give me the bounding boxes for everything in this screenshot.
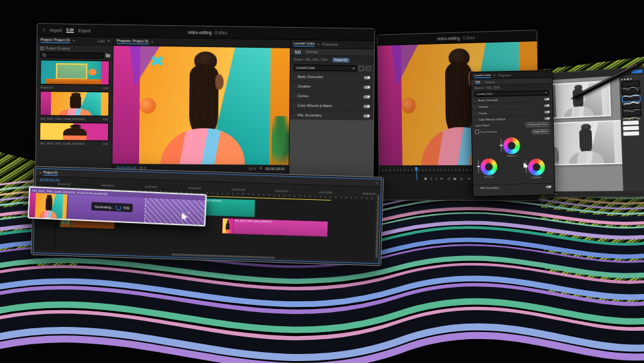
menu-edit[interactable]: Edit — [66, 28, 73, 33]
project-item[interactable]: Project 01 1:04 — [37, 59, 113, 91]
brush-dot-icon[interactable] — [624, 79, 625, 80]
subtab-edit[interactable]: Edit — [295, 49, 301, 54]
apply-match-button[interactable]: Apply Match — [531, 129, 550, 135]
thumb-scene — [29, 193, 68, 219]
go-to-out-icon[interactable]: ⇥ — [467, 176, 470, 180]
playhead[interactable] — [415, 167, 418, 170]
timeline-clip-magenta[interactable]: S02_Sh01_Tk06_CamA_20250101_ — [222, 218, 328, 237]
layer-thumb[interactable] — [623, 126, 639, 131]
section-color-wheels[interactable]: › Color Wheels & Match — [290, 100, 374, 110]
brush-dot-icon[interactable] — [621, 79, 623, 80]
ruler-label: 00;00;02;00 — [57, 183, 70, 186]
eye-icon[interactable] — [366, 66, 371, 71]
color-match-label: Color Match — [472, 123, 493, 128]
grid-view-icon — [41, 46, 44, 50]
tab-sequence[interactable]: Project 01 — [43, 170, 58, 175]
section-toggle[interactable] — [363, 114, 370, 117]
comparison-view-button[interactable]: Comparison View — [526, 122, 550, 128]
section-curves[interactable]: › Curves — [290, 90, 374, 101]
scene-face — [215, 74, 224, 90]
home-icon[interactable]: ⌂ — [43, 28, 45, 32]
preset-select[interactable]: Lumetri Color ▾ — [294, 64, 357, 72]
shadows-wheel[interactable] — [480, 159, 498, 176]
go-to-in-icon[interactable]: ⇤ — [440, 176, 444, 180]
status-dot-icon — [555, 193, 557, 195]
section-toggle[interactable] — [544, 97, 549, 100]
tab-lumetri-color[interactable]: Lumetri Color — [294, 41, 315, 46]
close-icon[interactable]: × — [151, 40, 154, 44]
clip-chip[interactable]: Project 01 — [332, 58, 349, 63]
face-detection-checkbox[interactable] — [475, 130, 479, 133]
generating-progress: 70% — [123, 206, 130, 210]
midtones-label: Midtones — [504, 155, 520, 158]
storyboard-frame-2[interactable] — [546, 120, 625, 166]
panel-menu-icon[interactable]: ≡ — [376, 181, 378, 184]
brush-dot-icon[interactable] — [630, 78, 631, 79]
close-icon[interactable]: × — [39, 170, 42, 174]
chevron-right-icon: › — [475, 105, 476, 109]
fx-icon[interactable] — [359, 66, 364, 71]
section-toggle[interactable] — [544, 104, 549, 106]
tab-properties[interactable]: Properties — [322, 43, 338, 46]
section-basic-correction[interactable]: › Basic Correction — [290, 72, 374, 82]
ruler-label: 00;00;10;00 — [232, 188, 245, 191]
step-forward-icon[interactable]: ▷ — [460, 176, 464, 180]
section-toggle[interactable] — [363, 104, 370, 108]
new-bin-icon[interactable] — [106, 54, 110, 57]
tab-program[interactable]: Program: Project 01 — [117, 39, 148, 44]
section-toggle[interactable] — [544, 117, 549, 119]
subtab-edit[interactable]: Edit — [475, 80, 480, 84]
section-hsl-secondary[interactable]: › HSL Secondary — [290, 110, 374, 120]
panel-menu-icon[interactable]: ≡ — [108, 39, 109, 43]
subtab-settings[interactable]: Settings — [306, 50, 318, 54]
settings-gear-icon[interactable]: ⚙ — [259, 167, 262, 170]
ruler-label: 00;00;06;00 — [145, 186, 158, 189]
play-icon[interactable]: ▶ — [454, 176, 457, 180]
close-icon[interactable]: × — [317, 42, 320, 46]
close-icon[interactable]: × — [73, 39, 75, 43]
stroke-style-thumb[interactable] — [623, 110, 641, 117]
playback-res-select[interactable]: 1/2 ▾ — [249, 166, 256, 170]
tab-properties[interactable]: Properties — [498, 74, 511, 77]
scene-wall — [41, 92, 51, 115]
project-item[interactable]: S01_Sh01_Tk04_CamA_20250103_ 4:20 — [37, 90, 113, 122]
midtones-slider[interactable] — [500, 139, 502, 152]
menu-import[interactable]: Import — [50, 28, 62, 32]
project-item[interactable]: S01_Sh01_Tk01_CamB_20250102_ 1:30 — [36, 121, 112, 146]
section-toggle[interactable] — [364, 85, 370, 88]
step-back-icon[interactable]: ◁ — [448, 176, 450, 180]
section-creative[interactable]: › Creative — [290, 81, 374, 92]
section-toggle[interactable] — [364, 95, 370, 98]
marker-icon[interactable]: ◆ — [424, 176, 427, 180]
scene-shelf — [46, 79, 104, 84]
vertical-scrollbar[interactable] — [375, 195, 379, 258]
layer-thumb[interactable] — [623, 132, 639, 136]
brush-dot-icon[interactable] — [627, 79, 629, 80]
highlights-wheel[interactable] — [528, 159, 545, 176]
chevron-right-icon: › — [477, 186, 478, 190]
stroke-style-thumb-selected[interactable] — [622, 95, 641, 103]
menu-export[interactable]: Export — [79, 28, 91, 33]
section-toggle[interactable] — [364, 76, 370, 79]
mark-out-icon[interactable]: } — [435, 176, 437, 180]
tab-lumetri-color[interactable]: Lumetri Color — [474, 73, 491, 78]
close-icon[interactable]: × — [493, 74, 496, 77]
section-toggle[interactable] — [546, 185, 551, 188]
ruler-label: 00;00;04;00 — [101, 184, 114, 188]
stroke-style-thumb[interactable] — [622, 103, 641, 110]
tab-project[interactable]: Project: Project 01 — [41, 37, 70, 43]
color-wheels-area: Color Match Comparison View Face Detecti… — [472, 121, 554, 185]
generating-badge: Generating... 70% — [91, 202, 133, 212]
layer-thumb[interactable] — [623, 121, 639, 125]
shadows-slider[interactable] — [478, 160, 479, 173]
lumetri-panel: Lumetri Color × Properties Edit Settings… — [289, 40, 374, 190]
search-input[interactable] — [40, 52, 104, 58]
mark-in-icon[interactable]: { — [431, 176, 432, 180]
chevron-right-icon: › — [294, 103, 295, 107]
tab-overflow[interactable]: Lum — [98, 39, 105, 43]
stroke-style-thumb[interactable] — [621, 88, 640, 95]
subtab-settings[interactable]: Settings — [485, 80, 495, 83]
midtones-wheel[interactable] — [503, 137, 520, 155]
stroke-style-thumb[interactable] — [621, 81, 640, 88]
section-toggle[interactable] — [544, 110, 549, 113]
